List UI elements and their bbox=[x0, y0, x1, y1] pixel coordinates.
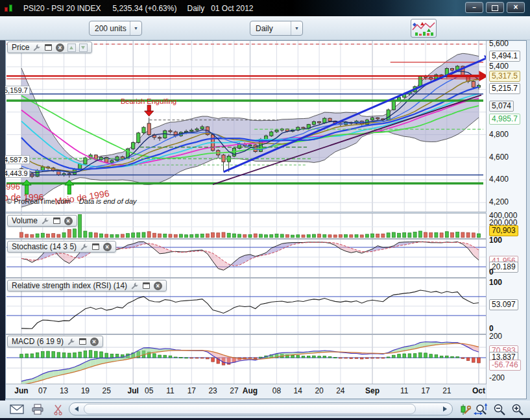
rsi-pane-header[interactable]: Relative strength index (RSI) (14) bbox=[7, 280, 167, 291]
minimize-button[interactable] bbox=[465, 2, 483, 13]
x-tick-label: 14 bbox=[287, 386, 309, 395]
envelope-icon bbox=[10, 404, 24, 414]
close-button[interactable] bbox=[507, 2, 525, 13]
period-dropdown[interactable]: Daily bbox=[250, 21, 303, 36]
print-button[interactable] bbox=[29, 402, 47, 417]
maximize-button[interactable] bbox=[486, 2, 504, 13]
chevron-down-icon bbox=[130, 21, 141, 35]
close-icon[interactable] bbox=[102, 243, 112, 251]
units-dropdown-value: 200 units bbox=[90, 24, 130, 33]
price-pane-header[interactable]: Price bbox=[7, 42, 92, 53]
x-tick-label: 17 bbox=[180, 386, 202, 395]
level-label-4587: 4,587.3 bbox=[2, 155, 30, 164]
axis-label-stoch: 100 bbox=[489, 236, 502, 245]
chevron-down-icon bbox=[291, 21, 302, 35]
x-tick-label: 08 bbox=[265, 386, 287, 395]
printer-icon bbox=[31, 404, 44, 415]
bearish-engulfing-annotation: Bearish Engulfing bbox=[121, 97, 176, 105]
move-down-icon[interactable] bbox=[78, 43, 88, 52]
macd-pane-header[interactable]: MACD (6 19 9) bbox=[7, 336, 103, 347]
axis-label-price: 5,317.5 bbox=[489, 71, 520, 82]
x-tick-label: Aug bbox=[239, 386, 261, 395]
chart-style-button[interactable] bbox=[411, 19, 437, 38]
axis-label-price: 4,400 bbox=[489, 175, 509, 184]
stochastic-pane-label: Stochastic (14 3 5) bbox=[12, 242, 77, 251]
wrench-icon[interactable] bbox=[79, 243, 88, 251]
x-tick-label: Sep bbox=[361, 386, 383, 395]
units-dropdown[interactable]: 200 units bbox=[89, 21, 142, 36]
axis-label-rsi: 53.097 bbox=[489, 299, 518, 310]
horizontal-scrollbar[interactable] bbox=[69, 402, 453, 415]
stochastic-pane-header[interactable]: Stochastic (14 3 5) bbox=[7, 241, 116, 253]
wrench-icon[interactable] bbox=[40, 217, 49, 225]
title-period: Daily bbox=[187, 4, 204, 13]
window-icon[interactable] bbox=[43, 43, 53, 52]
x-tick-label: 19 bbox=[74, 386, 96, 395]
x-tick-label: Oct bbox=[468, 386, 490, 395]
axis-label-price: 4,985.7 bbox=[489, 114, 520, 125]
x-tick-label: 21 bbox=[436, 386, 458, 395]
axis-label-price: 4,600 bbox=[489, 153, 509, 162]
axis-label-price: 5,400 bbox=[489, 62, 509, 71]
right-axis: 5,6005,494.15,4005,317.55,215.75,0744,98… bbox=[488, 0, 529, 420]
watermark: © ProRealTime.com Data is end of day bbox=[6, 197, 137, 205]
axis-label-price: 4,200 bbox=[489, 197, 509, 207]
axis-label-rsi: 100 bbox=[489, 278, 502, 288]
rsi-pane-label: Relative strength index (RSI) (14) bbox=[12, 281, 127, 290]
window-icon[interactable] bbox=[78, 338, 87, 346]
window-icon[interactable] bbox=[52, 217, 61, 225]
close-icon[interactable] bbox=[90, 338, 99, 346]
zoom-fit-button[interactable] bbox=[472, 402, 490, 417]
macd-pane-label: MACD (6 19 9) bbox=[12, 337, 64, 346]
wrench-icon[interactable] bbox=[66, 338, 75, 346]
scroll-left-button[interactable] bbox=[69, 403, 84, 415]
wrench-icon[interactable] bbox=[32, 43, 41, 52]
magnifier-plus-icon bbox=[511, 403, 525, 416]
watermark-brand: © ProRealTime.com bbox=[6, 197, 71, 205]
top-toolbar: 200 units Daily bbox=[0, 16, 530, 40]
title-bar: PSI20 - PSI 20 INDEX 5,235.34 (+0.63%) D… bbox=[0, 0, 530, 16]
window-icon[interactable] bbox=[141, 282, 151, 290]
chart-canvas[interactable] bbox=[0, 0, 530, 420]
title-date: 01 Oct 2012 bbox=[211, 4, 253, 13]
email-button[interactable] bbox=[8, 402, 26, 417]
volume-pane-label: Volume bbox=[12, 216, 38, 225]
cut-button[interactable] bbox=[49, 402, 67, 417]
close-icon[interactable] bbox=[64, 217, 73, 225]
scroll-right-button[interactable] bbox=[438, 403, 452, 415]
close-icon[interactable] bbox=[153, 282, 162, 290]
x-tick-label: 07 bbox=[32, 386, 54, 395]
axis-label-price: 5,074 bbox=[489, 101, 514, 112]
axis-label-stoch: 0 bbox=[489, 267, 494, 277]
close-icon[interactable] bbox=[55, 43, 64, 52]
candle-wrench-icon bbox=[458, 403, 471, 416]
zoom-in-button[interactable] bbox=[509, 402, 527, 417]
chart-settings-button[interactable] bbox=[455, 402, 474, 417]
axis-label-price: 5,215.7 bbox=[489, 83, 520, 94]
axis-label-price: 4,800 bbox=[489, 130, 509, 140]
x-tick-label: 20 bbox=[308, 386, 330, 395]
move-up-icon[interactable] bbox=[67, 43, 76, 52]
x-tick-label: 24 bbox=[330, 386, 352, 395]
window-icon[interactable] bbox=[91, 243, 100, 251]
zoom-out-button[interactable] bbox=[490, 402, 509, 417]
title-last-price: 5,235.34 (+0.63%) bbox=[112, 4, 176, 13]
x-tick-label: 11 bbox=[393, 386, 415, 395]
axis-label-price: 5,494.1 bbox=[489, 51, 520, 62]
x-tick-label: Jun bbox=[10, 386, 32, 395]
price-pane-label: Price bbox=[12, 43, 29, 52]
scissors-icon bbox=[53, 404, 64, 415]
axis-label-price: 5,600 bbox=[489, 39, 509, 49]
x-tick-label: 23 bbox=[202, 386, 224, 395]
x-tick-label: 17 bbox=[415, 386, 437, 395]
x-tick-label: 25 bbox=[95, 386, 117, 395]
title-symbol: PSI20 - PSI 20 INDEX bbox=[23, 4, 101, 13]
x-tick-label: 13 bbox=[53, 386, 75, 395]
volume-pane-header[interactable]: Volume bbox=[7, 215, 77, 227]
x-tick-label: 05 bbox=[138, 386, 160, 395]
wrench-icon[interactable] bbox=[130, 282, 139, 290]
level-label-5159: 5,159.7 bbox=[2, 86, 30, 95]
app-candlestick-icon bbox=[4, 4, 14, 13]
bottom-toolbar bbox=[0, 401, 530, 418]
scrollbar-thumb[interactable] bbox=[84, 404, 416, 414]
